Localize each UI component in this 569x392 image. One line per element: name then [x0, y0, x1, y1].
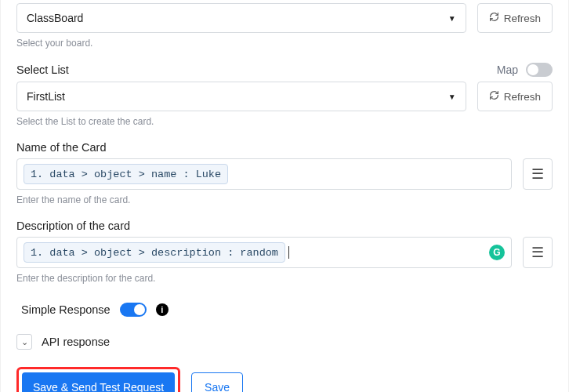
- refresh-icon: [489, 12, 499, 24]
- chevron-down-icon: ⌄: [21, 337, 28, 347]
- caret-down-icon: ▼: [448, 93, 456, 101]
- board-refresh-label: Refresh: [504, 13, 541, 24]
- simple-response-label: Simple Response: [21, 303, 111, 316]
- list-helper-text: Select the List to create the card.: [16, 116, 553, 127]
- menu-icon: ☰: [531, 165, 544, 183]
- board-refresh-button[interactable]: Refresh: [477, 3, 553, 33]
- caret-down-icon: ▼: [448, 14, 456, 23]
- desc-mapped-chip[interactable]: 1. data > object > description : random: [24, 242, 285, 263]
- simple-response-toggle[interactable]: [120, 303, 147, 317]
- board-select-value: ClassBoard: [27, 12, 83, 24]
- list-select-value: FirstList: [27, 90, 65, 103]
- info-icon[interactable]: i: [156, 303, 169, 316]
- primary-action-highlight: Save & Send Test Request: [16, 367, 180, 392]
- name-mapped-chip[interactable]: 1. data > object > name : Luke: [24, 164, 228, 184]
- name-input[interactable]: 1. data > object > name : Luke: [16, 158, 512, 190]
- refresh-icon: [489, 90, 499, 103]
- list-select[interactable]: FirstList ▼: [16, 82, 466, 111]
- board-helper-text: Select your board.: [16, 38, 553, 49]
- api-response-expand[interactable]: ⌄: [16, 334, 32, 350]
- desc-input[interactable]: 1. data > object > description : random …: [16, 237, 512, 268]
- text-cursor: [288, 246, 289, 259]
- desc-options-button[interactable]: ☰: [523, 237, 553, 268]
- name-options-button[interactable]: ☰: [523, 158, 553, 190]
- name-helper-text: Enter the name of the card.: [16, 194, 553, 205]
- grammarly-icon[interactable]: G: [489, 245, 505, 260]
- map-toggle[interactable]: [526, 63, 553, 77]
- menu-icon: ☰: [531, 244, 544, 261]
- api-response-label: API response: [42, 336, 110, 348]
- name-field-label: Name of the Card: [16, 141, 106, 154]
- map-label: Map: [497, 64, 518, 76]
- list-refresh-label: Refresh: [504, 91, 541, 103]
- list-field-label: Select List: [16, 64, 69, 76]
- save-button[interactable]: Save: [191, 372, 243, 392]
- desc-field-label: Description of the card: [16, 220, 130, 232]
- list-refresh-button[interactable]: Refresh: [477, 82, 553, 111]
- desc-helper-text: Enter the description for the card.: [16, 273, 553, 284]
- save-send-test-request-button[interactable]: Save & Send Test Request: [22, 372, 175, 392]
- board-select[interactable]: ClassBoard ▼: [16, 3, 466, 33]
